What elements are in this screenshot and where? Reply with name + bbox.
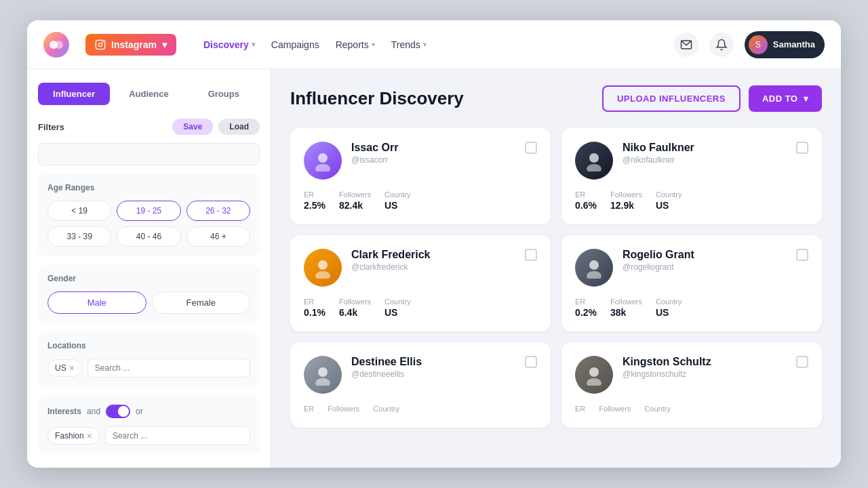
gender-section: Gender Male Female <box>38 264 260 323</box>
svg-point-12 <box>589 260 599 270</box>
svg-point-15 <box>315 378 330 386</box>
avatar <box>575 142 613 180</box>
avatar <box>304 142 342 180</box>
bell-icon-btn[interactable] <box>709 33 734 57</box>
us-location-tag: US × <box>47 359 82 377</box>
interests-header: Interests and or <box>47 405 250 418</box>
svg-point-10 <box>318 260 328 270</box>
influencer-name: Issac Orr <box>351 142 515 154</box>
page-title: Influencer Discovery <box>290 88 464 109</box>
age-btn-40-46[interactable]: 40 - 46 <box>117 226 180 247</box>
card-info: Kingston Schultz @kingstonschultz <box>623 356 787 379</box>
load-filter-btn[interactable]: Load <box>218 119 260 135</box>
locations-title: Locations <box>47 341 250 350</box>
stat-country: Country <box>373 405 399 414</box>
gender-male-btn[interactable]: Male <box>47 291 146 314</box>
card-top: Rogelio Grant @rogeliogrant <box>575 249 808 287</box>
stat-country: Country US <box>656 190 682 211</box>
interests-section: Interests and or Fashion × <box>38 395 260 455</box>
influencer-card: Destinee Ellis @destineeellis ER Followe… <box>290 342 551 428</box>
stat-country: Country US <box>384 190 411 211</box>
card-checkbox[interactable] <box>525 356 537 368</box>
card-stats: ER 0.2% Followers 38k Country US <box>575 298 808 318</box>
card-info: Destinee Ellis @destineeellis <box>351 356 515 379</box>
avatar <box>575 356 613 394</box>
svg-point-9 <box>587 164 601 171</box>
age-btn-lt19[interactable]: < 19 <box>47 201 111 221</box>
gender-group: Male Female <box>47 291 250 314</box>
interests-title: Interests <box>47 407 81 416</box>
browser-window: Instagram ▾ Discovery ▾ Campaigns Report… <box>27 20 841 468</box>
stat-country: Country US <box>656 298 682 318</box>
platform-selector[interactable]: Instagram ▾ <box>85 34 176 56</box>
stat-er: ER 0.1% <box>304 298 326 318</box>
gender-female-btn[interactable]: Female <box>152 291 251 314</box>
tab-groups[interactable]: Groups <box>188 83 260 105</box>
svg-point-17 <box>587 378 601 386</box>
avatar <box>575 249 613 287</box>
location-search-input[interactable] <box>87 359 250 378</box>
stat-followers: Followers 6.4k <box>339 298 371 318</box>
tab-audience[interactable]: Audience <box>113 83 184 105</box>
header-actions: UPLOAD INFLUENCERS ADD TO ▾ <box>602 85 822 112</box>
avatar <box>304 356 342 394</box>
mail-icon-btn[interactable] <box>674 33 698 57</box>
nav-discovery[interactable]: Discovery ▾ <box>203 39 255 50</box>
add-to-btn[interactable]: ADD TO ▾ <box>749 85 822 112</box>
card-checkbox[interactable] <box>796 356 808 368</box>
card-checkbox[interactable] <box>525 142 537 154</box>
stat-er: ER <box>575 405 585 414</box>
svg-point-8 <box>589 153 599 163</box>
tab-influencer[interactable]: Influencer <box>38 83 110 105</box>
filters-label: Filters <box>38 122 64 132</box>
card-checkbox[interactable] <box>796 142 808 154</box>
sidebar: Influencer Audience Groups Filters Save … <box>27 69 271 468</box>
remove-fashion-tag[interactable]: × <box>87 431 92 441</box>
remove-us-tag[interactable]: × <box>69 363 75 373</box>
nav-trends[interactable]: Trends ▾ <box>391 39 427 50</box>
card-stats: ER 0.1% Followers 6.4k Country US <box>304 298 537 318</box>
nav-links: Discovery ▾ Campaigns Reports ▾ Trends ▾ <box>203 39 427 50</box>
card-top: Clark Frederick @clarkfrederick <box>304 249 537 287</box>
stat-country: Country <box>644 405 671 414</box>
interests-row: Fashion × <box>47 426 250 445</box>
filter-search-input[interactable] <box>38 143 260 165</box>
stat-er: ER <box>304 405 314 414</box>
stat-country: Country US <box>384 298 411 318</box>
influencer-handle: @kingstonschultz <box>623 369 787 379</box>
nav-campaigns[interactable]: Campaigns <box>271 39 319 50</box>
user-menu[interactable]: S Samantha <box>745 31 825 58</box>
filters-header: Filters Save Load <box>38 119 260 135</box>
save-filter-btn[interactable]: Save <box>172 119 213 135</box>
interests-search-input[interactable] <box>105 426 250 445</box>
age-btn-26-32[interactable]: 26 - 32 <box>186 201 250 221</box>
app-logo <box>43 32 69 58</box>
stat-followers: Followers 12.9k <box>610 190 642 211</box>
nav-reports[interactable]: Reports ▾ <box>336 39 375 50</box>
stat-er: ER 0.6% <box>575 190 597 211</box>
card-checkbox[interactable] <box>796 249 808 261</box>
card-top: Issac Orr @issacorr <box>304 142 537 180</box>
age-btn-33-39[interactable]: 33 - 39 <box>47 226 111 247</box>
influencer-handle: @clarkfrederick <box>351 262 515 272</box>
stat-er: ER 0.2% <box>575 298 597 318</box>
main-content: Influencer Discovery UPLOAD INFLUENCERS … <box>271 69 841 468</box>
influencer-card: Issac Orr @issacorr ER 2.5% Followers 82… <box>290 128 551 224</box>
fashion-interest-tag: Fashion × <box>47 427 100 445</box>
sidebar-tabs: Influencer Audience Groups <box>38 83 260 105</box>
influencer-name: Destinee Ellis <box>351 356 515 368</box>
location-row: US × <box>47 359 250 378</box>
age-btn-19-25[interactable]: 19 - 25 <box>117 201 180 221</box>
svg-point-7 <box>315 164 330 171</box>
interests-toggle[interactable] <box>106 405 130 418</box>
age-ranges-section: Age Ranges < 19 19 - 25 26 - 32 33 - 39 … <box>38 174 260 256</box>
age-btn-46plus[interactable]: 46 + <box>186 226 250 247</box>
card-info: Rogelio Grant @rogeliogrant <box>623 249 787 272</box>
upload-influencers-btn[interactable]: UPLOAD INFLUENCERS <box>602 85 741 112</box>
card-info: Niko Faulkner @nikofaulkner <box>623 142 787 165</box>
svg-point-4 <box>102 41 104 43</box>
add-to-chevron-icon: ▾ <box>804 94 809 104</box>
stat-followers: Followers <box>328 405 359 414</box>
age-range-grid: < 19 19 - 25 26 - 32 33 - 39 40 - 46 46 … <box>47 201 250 247</box>
card-checkbox[interactable] <box>525 249 537 261</box>
